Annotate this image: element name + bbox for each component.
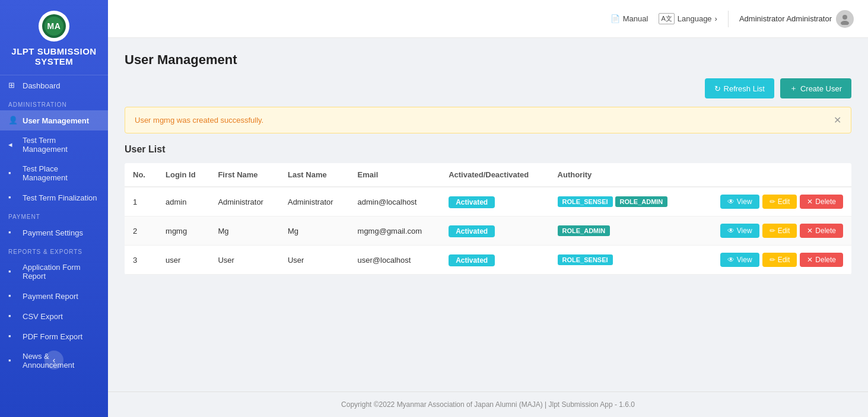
cell-last-name: User: [279, 246, 349, 275]
pdf-icon: ▪: [8, 332, 18, 341]
cell-email: mgmg@gmail.com: [349, 217, 441, 246]
sidebar-item-label: Dashboard: [23, 81, 61, 90]
col-status: Activated/Deactivated: [440, 163, 549, 187]
section-label-reports: REPORTS & EXPORTS: [0, 243, 108, 257]
report-icon: ▪: [8, 267, 18, 276]
col-email: Email: [349, 163, 441, 187]
news-icon: ▪: [8, 356, 18, 365]
table-row: 3 user User User user@localhost Activate…: [125, 246, 851, 275]
delete-button[interactable]: ✕ Delete: [800, 195, 843, 209]
dashboard-icon: ⊞: [8, 81, 18, 90]
delete-button[interactable]: ✕ Delete: [800, 253, 843, 267]
status-badge: Activated: [449, 225, 495, 237]
view-button[interactable]: 👁 View: [720, 224, 759, 238]
payment-icon: ▪: [8, 228, 18, 237]
edit-button[interactable]: ✏ Edit: [762, 224, 797, 238]
cell-status: Activated: [440, 187, 549, 217]
toolbar: ↻ Refresh List ＋ Create User: [125, 78, 851, 98]
status-badge: Activated: [449, 196, 495, 208]
cell-first-name: Mg: [209, 217, 279, 246]
view-button[interactable]: 👁 View: [720, 195, 759, 209]
sidebar-item-dashboard[interactable]: ⊞ Dashboard: [0, 75, 108, 96]
refresh-label: Refresh List: [724, 84, 765, 93]
sidebar-item-csv-export[interactable]: ▪ CSV Export: [0, 306, 108, 326]
col-login-id: Login Id: [157, 163, 209, 187]
table-row: 2 mgmg Mg Mg mgmg@gmail.com Activated RO…: [125, 217, 851, 246]
sidebar-item-payment-report[interactable]: ▪ Payment Report: [0, 286, 108, 306]
svg-point-4: [841, 21, 849, 25]
x-icon: ✕: [807, 198, 813, 206]
sidebar-item-app-form-report[interactable]: ▪ Application Form Report: [0, 257, 108, 286]
cell-status: Activated: [440, 246, 549, 275]
eye-icon: 👁: [727, 198, 735, 206]
app-title: JLPT SUBMISSION: [11, 46, 96, 56]
manual-link[interactable]: 📄 Manual: [611, 14, 648, 23]
table-row: 1 admin Administrator Administrator admi…: [125, 187, 851, 217]
cell-actions: 👁 View ✏ Edit ✕ Delete: [694, 246, 851, 275]
language-label: Language: [678, 14, 712, 23]
col-authority: Authority: [549, 163, 695, 187]
cell-login-id: admin: [157, 187, 209, 217]
cell-email: admin@localhost: [349, 187, 441, 217]
table-header-row: No. Login Id First Name Last Name Email …: [125, 163, 851, 187]
finalize-icon: ▪: [8, 193, 18, 202]
user-table-wrapper: No. Login Id First Name Last Name Email …: [125, 163, 851, 275]
alert-close-button[interactable]: ✕: [834, 114, 841, 126]
language-icon: A文: [659, 13, 674, 24]
sidebar-item-pdf-form-export[interactable]: ▪ PDF Form Export: [0, 326, 108, 346]
sidebar-item-label: CSV Export: [23, 312, 63, 321]
footer: Copyright ©2022 Myanmar Association of J…: [108, 391, 868, 417]
edit-button[interactable]: ✏ Edit: [762, 195, 797, 209]
svg-text:MA: MA: [47, 21, 61, 31]
sidebar-item-test-term-finalization[interactable]: ▪ Test Term Finalization: [0, 187, 108, 208]
payment-report-icon: ▪: [8, 291, 18, 301]
cell-login-id: mgmg: [157, 217, 209, 246]
place-icon: ▪: [8, 168, 18, 178]
topnav-user: Administrator Administrator: [739, 10, 854, 28]
section-label-administration: ADMINISTRATION: [0, 96, 108, 110]
sidebar-collapse-button[interactable]: ‹: [44, 351, 63, 370]
topnav: 📄 Manual A文 Language › Administrator Adm…: [108, 0, 868, 38]
avatar: [836, 10, 854, 28]
delete-button[interactable]: ✕ Delete: [800, 224, 843, 238]
cell-login-id: user: [157, 246, 209, 275]
action-buttons: 👁 View ✏ Edit ✕ Delete: [702, 195, 843, 209]
x-icon: ✕: [807, 227, 813, 235]
col-first-name: First Name: [209, 163, 279, 187]
refresh-list-button[interactable]: ↻ Refresh List: [705, 78, 774, 98]
cell-first-name: Administrator: [209, 187, 279, 217]
section-title: User List: [125, 144, 851, 155]
status-badge: Activated: [449, 254, 495, 266]
content-area: User Management ↻ Refresh List ＋ Create …: [108, 38, 868, 391]
cell-no: 2: [125, 217, 157, 246]
user-icon: 👤: [8, 116, 18, 125]
role-badge: ROLE_SENSEI: [558, 254, 613, 265]
sidebar-item-label: Payment Settings: [23, 228, 83, 237]
x-icon: ✕: [807, 256, 813, 264]
pencil-icon: ✏: [770, 256, 775, 264]
eye-icon: 👁: [727, 256, 735, 264]
create-user-button[interactable]: ＋ Create User: [780, 78, 851, 98]
sidebar-item-test-term[interactable]: ◂ Test Term Management: [0, 130, 108, 159]
success-alert: User mgmg was created successfully. ✕: [125, 107, 851, 133]
csv-icon: ▪: [8, 311, 18, 321]
eye-icon: 👁: [727, 227, 735, 235]
calendar-icon: ◂: [8, 140, 18, 149]
app-logo: MA JLPT SUBMISSION SYSTEM: [0, 0, 108, 75]
user-table: No. Login Id First Name Last Name Email …: [125, 163, 851, 275]
cell-actions: 👁 View ✏ Edit ✕ Delete: [694, 187, 851, 217]
sidebar-item-user-management[interactable]: 👤 User Management: [0, 110, 108, 130]
sidebar-item-payment-settings[interactable]: ▪ Payment Settings: [0, 222, 108, 243]
view-button[interactable]: 👁 View: [720, 253, 759, 267]
action-buttons: 👁 View ✏ Edit ✕ Delete: [702, 224, 843, 238]
language-selector[interactable]: A文 Language ›: [659, 13, 717, 24]
user-name-label: Administrator Administrator: [739, 14, 832, 23]
cell-email: user@localhost: [349, 246, 441, 275]
role-badge: ROLE_ADMIN: [615, 196, 668, 207]
sidebar-item-label: PDF Form Export: [23, 332, 82, 341]
cell-authority: ROLE_SENSEIROLE_ADMIN: [549, 187, 695, 217]
topnav-divider: [728, 11, 729, 27]
edit-button[interactable]: ✏ Edit: [762, 253, 797, 267]
cell-no: 3: [125, 246, 157, 275]
sidebar-item-test-place[interactable]: ▪ Test Place Management: [0, 159, 108, 187]
